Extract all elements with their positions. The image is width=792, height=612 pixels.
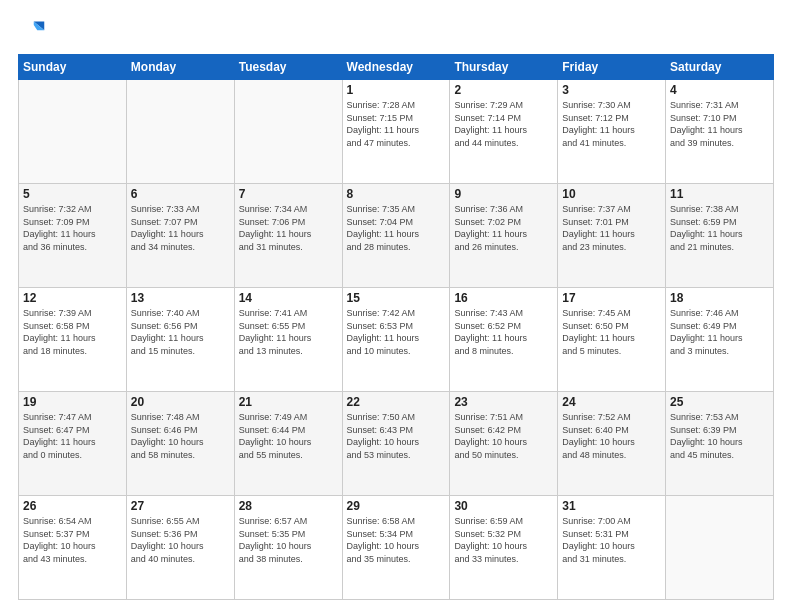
calendar-cell: 13Sunrise: 7:40 AM Sunset: 6:56 PM Dayli…: [126, 288, 234, 392]
day-info: Sunrise: 7:43 AM Sunset: 6:52 PM Dayligh…: [454, 307, 553, 357]
day-number: 2: [454, 83, 553, 97]
day-number: 30: [454, 499, 553, 513]
calendar-table: Sunday Monday Tuesday Wednesday Thursday…: [18, 54, 774, 600]
day-info: Sunrise: 7:36 AM Sunset: 7:02 PM Dayligh…: [454, 203, 553, 253]
day-number: 29: [347, 499, 446, 513]
day-info: Sunrise: 7:28 AM Sunset: 7:15 PM Dayligh…: [347, 99, 446, 149]
day-number: 1: [347, 83, 446, 97]
day-number: 31: [562, 499, 661, 513]
day-info: Sunrise: 6:59 AM Sunset: 5:32 PM Dayligh…: [454, 515, 553, 565]
calendar-cell: 5Sunrise: 7:32 AM Sunset: 7:09 PM Daylig…: [19, 184, 127, 288]
calendar-cell: 29Sunrise: 6:58 AM Sunset: 5:34 PM Dayli…: [342, 496, 450, 600]
day-number: 7: [239, 187, 338, 201]
day-info: Sunrise: 7:00 AM Sunset: 5:31 PM Dayligh…: [562, 515, 661, 565]
day-number: 16: [454, 291, 553, 305]
calendar-cell: 28Sunrise: 6:57 AM Sunset: 5:35 PM Dayli…: [234, 496, 342, 600]
day-info: Sunrise: 7:32 AM Sunset: 7:09 PM Dayligh…: [23, 203, 122, 253]
day-info: Sunrise: 7:51 AM Sunset: 6:42 PM Dayligh…: [454, 411, 553, 461]
day-info: Sunrise: 7:52 AM Sunset: 6:40 PM Dayligh…: [562, 411, 661, 461]
day-number: 6: [131, 187, 230, 201]
day-number: 18: [670, 291, 769, 305]
logo-icon: [18, 18, 46, 46]
calendar-cell: 17Sunrise: 7:45 AM Sunset: 6:50 PM Dayli…: [558, 288, 666, 392]
calendar-cell: [19, 80, 127, 184]
calendar-cell: 15Sunrise: 7:42 AM Sunset: 6:53 PM Dayli…: [342, 288, 450, 392]
calendar-cell: 7Sunrise: 7:34 AM Sunset: 7:06 PM Daylig…: [234, 184, 342, 288]
day-number: 22: [347, 395, 446, 409]
day-info: Sunrise: 7:40 AM Sunset: 6:56 PM Dayligh…: [131, 307, 230, 357]
calendar-cell: 30Sunrise: 6:59 AM Sunset: 5:32 PM Dayli…: [450, 496, 558, 600]
day-number: 9: [454, 187, 553, 201]
calendar-week-row: 1Sunrise: 7:28 AM Sunset: 7:15 PM Daylig…: [19, 80, 774, 184]
day-info: Sunrise: 6:55 AM Sunset: 5:36 PM Dayligh…: [131, 515, 230, 565]
day-number: 19: [23, 395, 122, 409]
calendar-cell: 9Sunrise: 7:36 AM Sunset: 7:02 PM Daylig…: [450, 184, 558, 288]
day-info: Sunrise: 7:34 AM Sunset: 7:06 PM Dayligh…: [239, 203, 338, 253]
calendar-cell: 6Sunrise: 7:33 AM Sunset: 7:07 PM Daylig…: [126, 184, 234, 288]
day-info: Sunrise: 7:30 AM Sunset: 7:12 PM Dayligh…: [562, 99, 661, 149]
day-number: 21: [239, 395, 338, 409]
calendar-cell: 2Sunrise: 7:29 AM Sunset: 7:14 PM Daylig…: [450, 80, 558, 184]
day-number: 28: [239, 499, 338, 513]
day-number: 4: [670, 83, 769, 97]
calendar-cell: [126, 80, 234, 184]
day-info: Sunrise: 6:58 AM Sunset: 5:34 PM Dayligh…: [347, 515, 446, 565]
day-number: 14: [239, 291, 338, 305]
calendar-cell: 1Sunrise: 7:28 AM Sunset: 7:15 PM Daylig…: [342, 80, 450, 184]
day-number: 8: [347, 187, 446, 201]
day-info: Sunrise: 7:31 AM Sunset: 7:10 PM Dayligh…: [670, 99, 769, 149]
calendar-cell: 24Sunrise: 7:52 AM Sunset: 6:40 PM Dayli…: [558, 392, 666, 496]
day-number: 26: [23, 499, 122, 513]
calendar-cell: [666, 496, 774, 600]
day-info: Sunrise: 7:39 AM Sunset: 6:58 PM Dayligh…: [23, 307, 122, 357]
col-thursday: Thursday: [450, 55, 558, 80]
calendar-cell: 18Sunrise: 7:46 AM Sunset: 6:49 PM Dayli…: [666, 288, 774, 392]
day-number: 13: [131, 291, 230, 305]
calendar-cell: 4Sunrise: 7:31 AM Sunset: 7:10 PM Daylig…: [666, 80, 774, 184]
day-number: 24: [562, 395, 661, 409]
day-info: Sunrise: 7:29 AM Sunset: 7:14 PM Dayligh…: [454, 99, 553, 149]
calendar-cell: 10Sunrise: 7:37 AM Sunset: 7:01 PM Dayli…: [558, 184, 666, 288]
day-info: Sunrise: 7:47 AM Sunset: 6:47 PM Dayligh…: [23, 411, 122, 461]
col-tuesday: Tuesday: [234, 55, 342, 80]
calendar-week-row: 26Sunrise: 6:54 AM Sunset: 5:37 PM Dayli…: [19, 496, 774, 600]
day-info: Sunrise: 7:53 AM Sunset: 6:39 PM Dayligh…: [670, 411, 769, 461]
day-info: Sunrise: 7:50 AM Sunset: 6:43 PM Dayligh…: [347, 411, 446, 461]
calendar-cell: 23Sunrise: 7:51 AM Sunset: 6:42 PM Dayli…: [450, 392, 558, 496]
calendar-cell: 11Sunrise: 7:38 AM Sunset: 6:59 PM Dayli…: [666, 184, 774, 288]
day-info: Sunrise: 7:48 AM Sunset: 6:46 PM Dayligh…: [131, 411, 230, 461]
col-sunday: Sunday: [19, 55, 127, 80]
day-number: 5: [23, 187, 122, 201]
day-info: Sunrise: 7:46 AM Sunset: 6:49 PM Dayligh…: [670, 307, 769, 357]
calendar-cell: 22Sunrise: 7:50 AM Sunset: 6:43 PM Dayli…: [342, 392, 450, 496]
page: Sunday Monday Tuesday Wednesday Thursday…: [0, 0, 792, 612]
day-info: Sunrise: 6:57 AM Sunset: 5:35 PM Dayligh…: [239, 515, 338, 565]
day-info: Sunrise: 7:41 AM Sunset: 6:55 PM Dayligh…: [239, 307, 338, 357]
calendar-cell: 20Sunrise: 7:48 AM Sunset: 6:46 PM Dayli…: [126, 392, 234, 496]
day-number: 23: [454, 395, 553, 409]
col-saturday: Saturday: [666, 55, 774, 80]
calendar-cell: 8Sunrise: 7:35 AM Sunset: 7:04 PM Daylig…: [342, 184, 450, 288]
day-info: Sunrise: 7:37 AM Sunset: 7:01 PM Dayligh…: [562, 203, 661, 253]
day-number: 3: [562, 83, 661, 97]
day-number: 10: [562, 187, 661, 201]
day-info: Sunrise: 7:49 AM Sunset: 6:44 PM Dayligh…: [239, 411, 338, 461]
col-wednesday: Wednesday: [342, 55, 450, 80]
calendar-week-row: 12Sunrise: 7:39 AM Sunset: 6:58 PM Dayli…: [19, 288, 774, 392]
calendar-cell: 27Sunrise: 6:55 AM Sunset: 5:36 PM Dayli…: [126, 496, 234, 600]
calendar-week-row: 19Sunrise: 7:47 AM Sunset: 6:47 PM Dayli…: [19, 392, 774, 496]
calendar-cell: 12Sunrise: 7:39 AM Sunset: 6:58 PM Dayli…: [19, 288, 127, 392]
calendar-cell: 19Sunrise: 7:47 AM Sunset: 6:47 PM Dayli…: [19, 392, 127, 496]
calendar-cell: 26Sunrise: 6:54 AM Sunset: 5:37 PM Dayli…: [19, 496, 127, 600]
day-info: Sunrise: 7:33 AM Sunset: 7:07 PM Dayligh…: [131, 203, 230, 253]
calendar-cell: 14Sunrise: 7:41 AM Sunset: 6:55 PM Dayli…: [234, 288, 342, 392]
logo: [18, 18, 50, 46]
day-number: 11: [670, 187, 769, 201]
day-number: 12: [23, 291, 122, 305]
calendar-header-row: Sunday Monday Tuesday Wednesday Thursday…: [19, 55, 774, 80]
day-info: Sunrise: 6:54 AM Sunset: 5:37 PM Dayligh…: [23, 515, 122, 565]
header: [18, 18, 774, 46]
col-monday: Monday: [126, 55, 234, 80]
calendar-cell: 25Sunrise: 7:53 AM Sunset: 6:39 PM Dayli…: [666, 392, 774, 496]
col-friday: Friday: [558, 55, 666, 80]
